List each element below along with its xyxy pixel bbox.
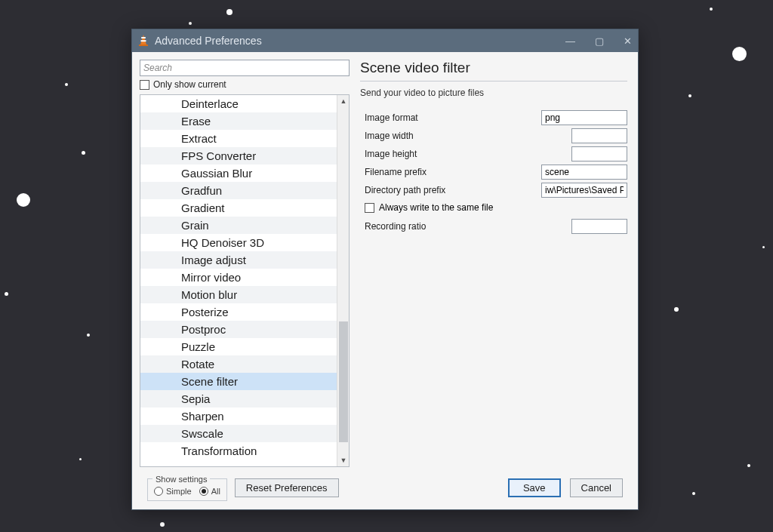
filename-prefix-input[interactable] bbox=[541, 165, 627, 180]
tree-item[interactable]: Motion blur bbox=[140, 286, 337, 303]
tree-item[interactable]: Extract bbox=[140, 130, 337, 147]
tree-item[interactable]: Postproc bbox=[140, 321, 337, 338]
tree-item[interactable]: Sepia bbox=[140, 390, 337, 407]
tree-item[interactable]: Image adjust bbox=[140, 251, 337, 269]
tree-item[interactable]: Deinterlace bbox=[140, 95, 337, 112]
close-button[interactable]: ✕ bbox=[624, 35, 632, 47]
tree-item[interactable]: Posterize bbox=[140, 303, 337, 321]
recording-ratio-input[interactable] bbox=[572, 220, 630, 233]
only-show-current-checkbox[interactable] bbox=[140, 80, 149, 90]
tree-item[interactable]: Erase bbox=[140, 112, 337, 130]
maximize-button[interactable]: ▢ bbox=[595, 35, 604, 47]
search-input[interactable] bbox=[140, 60, 350, 76]
svg-marker-0 bbox=[140, 35, 146, 45]
image-height-spinner[interactable]: ▲▼ bbox=[571, 146, 627, 161]
svg-rect-1 bbox=[141, 37, 146, 38]
image-width-input[interactable] bbox=[572, 129, 630, 143]
filename-prefix-label: Filename prefix bbox=[365, 167, 541, 177]
window-title: Advanced Preferences bbox=[155, 35, 262, 47]
all-radio[interactable]: All bbox=[199, 487, 220, 496]
tree-item[interactable]: FPS Converter bbox=[140, 147, 337, 165]
tree-item[interactable]: Gaussian Blur bbox=[140, 165, 337, 182]
always-write-label: Always write to the same file bbox=[379, 202, 493, 213]
tree-item[interactable]: Gradfun bbox=[140, 182, 337, 199]
save-button[interactable]: Save bbox=[508, 478, 561, 497]
image-height-input[interactable] bbox=[572, 147, 630, 161]
tree-item[interactable]: Grain bbox=[140, 217, 337, 234]
image-width-label: Image width bbox=[365, 131, 571, 141]
tree-item[interactable]: Scene filter bbox=[140, 373, 337, 390]
scroll-down-icon[interactable]: ▼ bbox=[337, 454, 350, 466]
always-write-checkbox[interactable] bbox=[365, 203, 374, 213]
tree-item[interactable]: Puzzle bbox=[140, 338, 337, 355]
tree-item[interactable]: HQ Denoiser 3D bbox=[140, 234, 337, 251]
show-settings-group: Show settings Simple All bbox=[147, 475, 227, 501]
dir-prefix-label: Directory path prefix bbox=[365, 185, 541, 195]
scroll-thumb[interactable] bbox=[339, 321, 348, 442]
show-settings-legend: Show settings bbox=[152, 475, 210, 484]
tree-item[interactable]: Transformation bbox=[140, 442, 337, 460]
reset-preferences-button[interactable]: Reset Preferences bbox=[235, 478, 339, 497]
tree-item[interactable]: Rotate bbox=[140, 355, 337, 373]
recording-ratio-spinner[interactable]: ▲▼ bbox=[571, 219, 627, 234]
cancel-button[interactable]: Cancel bbox=[570, 478, 623, 497]
simple-radio[interactable]: Simple bbox=[154, 487, 192, 496]
svg-rect-2 bbox=[141, 40, 146, 42]
panel-title: Scene video filter bbox=[360, 60, 627, 76]
tree-item[interactable]: Gradient bbox=[140, 199, 337, 217]
only-show-current-label: Only show current bbox=[153, 79, 226, 90]
separator bbox=[360, 81, 627, 81]
tree-item[interactable]: Sharpen bbox=[140, 407, 337, 425]
settings-tree[interactable]: DeinterlaceEraseExtractFPS ConverterGaus… bbox=[140, 95, 337, 466]
image-format-input[interactable] bbox=[541, 110, 627, 125]
panel-description: Send your video to picture files bbox=[360, 88, 627, 98]
dir-prefix-input[interactable] bbox=[541, 183, 627, 198]
vlc-cone-icon bbox=[138, 35, 149, 47]
image-format-label: Image format bbox=[365, 112, 541, 123]
image-width-spinner[interactable]: ▲▼ bbox=[571, 128, 627, 143]
scroll-up-icon[interactable]: ▲ bbox=[337, 95, 350, 107]
titlebar[interactable]: Advanced Preferences — ▢ ✕ bbox=[132, 29, 638, 52]
svg-rect-3 bbox=[139, 45, 148, 46]
recording-ratio-label: Recording ratio bbox=[365, 221, 571, 232]
tree-item[interactable]: Swscale bbox=[140, 425, 337, 442]
tree-item[interactable]: Mirror video bbox=[140, 269, 337, 286]
minimize-button[interactable]: — bbox=[565, 35, 575, 47]
preferences-window: Advanced Preferences — ▢ ✕ Only show cur… bbox=[131, 29, 639, 510]
tree-scrollbar[interactable]: ▲ ▼ bbox=[337, 95, 349, 466]
image-height-label: Image height bbox=[365, 149, 571, 159]
